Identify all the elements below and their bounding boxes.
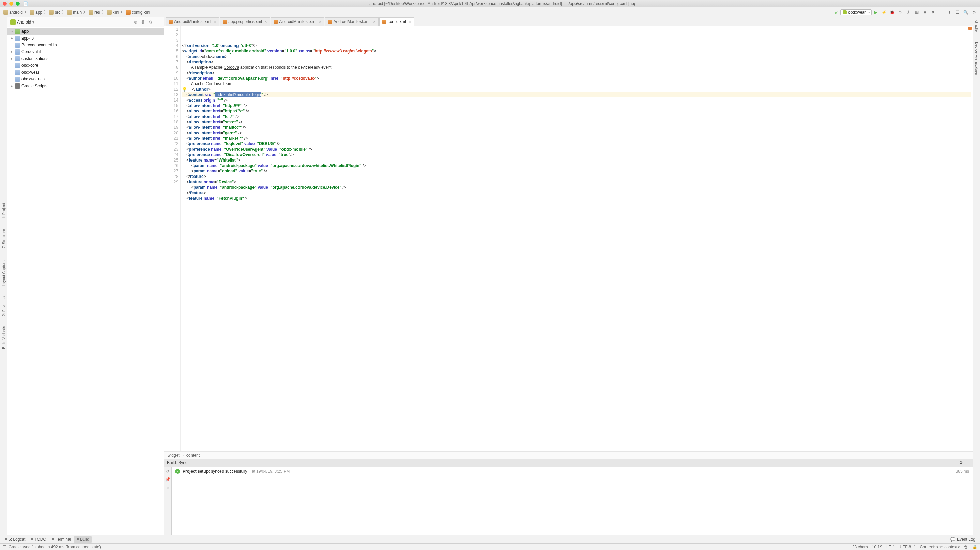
project-tree[interactable]: ▾app▸app-libBarcodescannerLib▸CordovaLib… — [8, 27, 164, 535]
profiler-button[interactable]: ⟳ — [897, 9, 904, 16]
line-number[interactable]: 28 — [165, 174, 178, 179]
line-number[interactable]: 11 — [165, 81, 178, 87]
warning-indicator-icon[interactable] — [969, 27, 972, 30]
line-number[interactable]: 16 — [165, 108, 178, 114]
code-line[interactable]: </description> — [182, 70, 971, 76]
line-number[interactable]: 19 — [165, 125, 178, 130]
line-number[interactable]: 13 — [165, 92, 178, 97]
line-number[interactable]: 6 — [165, 54, 178, 59]
tool-window-tab[interactable]: 1: Project — [2, 203, 6, 219]
locate-file-button[interactable]: ⊕ — [132, 19, 139, 25]
editor-tab[interactable]: app.properties.xml× — [220, 17, 270, 25]
run-config-selector[interactable]: obdxwear — [840, 9, 872, 15]
project-tree-item[interactable]: obdxwear-lib — [8, 76, 164, 83]
line-number[interactable]: 12 — [165, 87, 178, 92]
close-tab-icon[interactable]: × — [319, 20, 321, 24]
search-everywhere-button[interactable]: 🔍 — [962, 9, 969, 16]
code-line[interactable]: <widget id="com.ofss.digx.mobile.android… — [182, 48, 971, 54]
close-window-button[interactable] — [3, 2, 7, 6]
event-log-tab[interactable]: 💬 Event Log — [948, 536, 978, 542]
sdk-manager-button[interactable]: ⬇ — [946, 9, 953, 16]
stop-button[interactable]: ■ — [921, 9, 928, 16]
project-tree-item[interactable]: obdxcore — [8, 62, 164, 69]
context-indicator[interactable]: Context: <no context> — [920, 545, 960, 549]
chevron-down-icon[interactable]: ▾ — [32, 20, 34, 25]
line-number[interactable]: 2 — [165, 32, 178, 38]
code-line[interactable]: <?xml version='1.0' encoding='utf-8'?> — [182, 43, 971, 48]
code-line[interactable]: <allow-intent href="tel:*" /> — [182, 114, 971, 119]
breadcrumb-segment[interactable]: config.xml — [124, 10, 151, 15]
lock-icon[interactable]: 🔒 — [972, 545, 977, 549]
line-number[interactable]: 17 — [165, 114, 178, 119]
tool-button-1[interactable]: ⚑ — [929, 9, 936, 16]
project-tree-item[interactable]: ▸CordovaLib — [8, 48, 164, 55]
line-number[interactable]: 7 — [165, 59, 178, 65]
settings-icon[interactable]: ⚙ — [959, 460, 963, 465]
avd-manager-button[interactable]: ▦ — [913, 9, 920, 16]
close-tab-icon[interactable]: × — [373, 20, 375, 24]
close-tab-icon[interactable]: × — [265, 20, 267, 24]
line-number[interactable]: 4 — [165, 43, 178, 48]
line-number[interactable]: 23 — [165, 146, 178, 152]
expand-arrow-icon[interactable]: ▸ — [10, 57, 14, 60]
editor-tab[interactable]: AndroidManifest.xml× — [165, 17, 219, 25]
project-tree-item[interactable]: ▸app-lib — [8, 35, 164, 41]
code-line[interactable]: <access origin="*" /> — [182, 97, 971, 103]
bottom-tab[interactable]: ≡Terminal — [49, 536, 73, 542]
code-line[interactable]: <feature name="Device"> — [182, 179, 971, 185]
code-line[interactable]: Apache Cordova Team — [182, 81, 971, 87]
line-number[interactable]: 26 — [165, 163, 178, 168]
breadcrumb-segment[interactable]: content — [186, 453, 200, 458]
tool-window-tab[interactable]: Layout Captures — [2, 259, 6, 286]
code-line[interactable]: </feature> — [182, 174, 971, 179]
project-structure-button[interactable]: ☰ — [954, 9, 961, 16]
code-line[interactable]: <author email="dev@cordova.apache.org" h… — [182, 76, 971, 81]
expand-arrow-icon[interactable]: ▸ — [10, 84, 14, 87]
line-separator[interactable]: LF ⌃ — [886, 545, 896, 549]
line-number[interactable]: 25 — [165, 157, 178, 163]
line-number[interactable]: 18 — [165, 119, 178, 125]
project-tree-item[interactable]: ▸customizations — [8, 55, 164, 62]
hide-panel-button[interactable]: — — [966, 460, 970, 465]
code-line[interactable]: A sample Apache Cordova application that… — [182, 65, 971, 70]
code-line[interactable]: <allow-intent href="market:*" /> — [182, 136, 971, 141]
line-number[interactable]: 22 — [165, 141, 178, 146]
line-number[interactable]: 3 — [165, 38, 178, 43]
hide-panel-button[interactable]: — — [155, 19, 161, 25]
code-line[interactable]: <name>obdx</name> — [182, 54, 971, 59]
build-panel-header[interactable]: Build: Sync ⚙ — — [164, 459, 972, 467]
settings-button[interactable]: ⚙ — [970, 9, 977, 16]
line-number[interactable]: 1 — [165, 27, 178, 32]
code-line[interactable]: <allow-intent href="http://*/*" /> — [182, 103, 971, 108]
line-number[interactable]: 24 — [165, 152, 178, 157]
bottom-tab[interactable]: ≡Build — [73, 536, 92, 542]
code-line[interactable]: <content src="index.html?module=login" /… — [182, 92, 971, 97]
expand-arrow-icon[interactable]: ▸ — [10, 50, 14, 54]
code-line[interactable]: <param name="android-package" value="org… — [182, 185, 971, 190]
breadcrumb-segment[interactable]: widget — [168, 453, 180, 458]
tool-window-tab[interactable]: Device File Explorer — [975, 42, 978, 75]
code-line[interactable]: <feature name="FetchPlugin" > — [182, 196, 971, 201]
code-line[interactable]: <allow-intent href="https://*/*" /> — [182, 108, 971, 114]
tool-window-tab[interactable]: 7: Structure — [2, 229, 6, 248]
code-line[interactable]: <allow-intent href="mailto:*" /> — [182, 125, 971, 130]
line-number[interactable]: 20 — [165, 130, 178, 136]
editor-tab[interactable]: AndroidManifest.xml× — [270, 17, 324, 25]
attach-debugger-button[interactable]: ⤴ — [905, 9, 912, 16]
pin-icon[interactable]: 📌 — [165, 477, 170, 482]
project-tree-item[interactable]: ▸Gradle Scripts — [8, 83, 164, 89]
tool-window-tab[interactable]: 2: Favorites — [2, 296, 6, 316]
line-number[interactable]: 21 — [165, 136, 178, 141]
line-number[interactable]: 15 — [165, 103, 178, 108]
bottom-tab[interactable]: ≡6: Logcat — [2, 536, 28, 542]
bottom-tab[interactable]: ≡TODO — [28, 536, 49, 542]
minimize-window-button[interactable] — [9, 2, 13, 6]
breadcrumb-segment[interactable]: android — [2, 10, 24, 15]
code-line[interactable]: <allow-intent href="geo:*" /> — [182, 130, 971, 136]
breadcrumb-segment[interactable]: main — [66, 10, 83, 15]
file-encoding[interactable]: UTF-8 ⌃ — [900, 545, 916, 549]
breadcrumb-segment[interactable]: src — [48, 10, 62, 15]
close-tab-icon[interactable]: × — [409, 20, 411, 24]
line-number-gutter[interactable]: 1234567891011121314151617181920212223242… — [164, 26, 181, 451]
settings-icon[interactable]: ⚙ — [148, 19, 154, 25]
